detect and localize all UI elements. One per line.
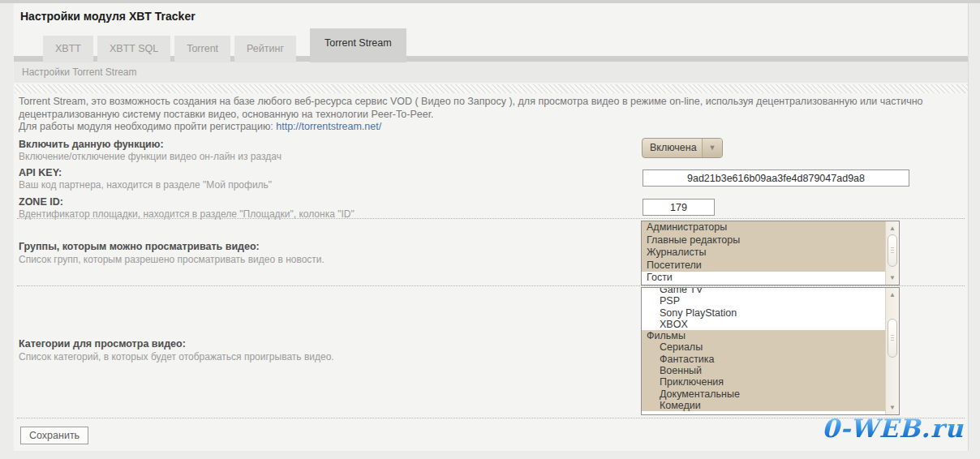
- tab-bar: XBTTXBTT SQLTorrentРейтингTorrent Stream: [43, 28, 406, 62]
- group-option-3[interactable]: Посетители: [642, 260, 885, 272]
- tab-1[interactable]: XBTT SQL: [97, 36, 170, 62]
- tab-0[interactable]: XBTT: [43, 36, 93, 62]
- category-option-6[interactable]: Фантастика: [642, 354, 885, 365]
- chevron-down-icon[interactable]: ▼: [702, 139, 722, 157]
- groups-label: Группы, которым можно просматривать виде…: [19, 241, 260, 252]
- enable-label: Включить данную функцию:: [19, 139, 164, 150]
- enable-select-value: Включена: [643, 139, 702, 157]
- registration-link[interactable]: http://torrentstream.net/: [276, 121, 381, 132]
- category-option-8[interactable]: Приключения: [642, 376, 885, 388]
- category-option-3[interactable]: XBOX: [642, 319, 885, 330]
- registration-line: Для работы модуля необходимо пройти реги…: [19, 121, 953, 134]
- groups-scrollbar[interactable]: ▲ ▼: [885, 221, 899, 285]
- categories-scrollbar[interactable]: ▲ ▼: [885, 288, 899, 414]
- row-divider: [17, 218, 965, 219]
- category-option-1[interactable]: PSP: [642, 295, 885, 307]
- api-key-label: API KEY:: [19, 167, 62, 178]
- group-option-1[interactable]: Главные редакторы: [642, 234, 885, 247]
- zone-id-input[interactable]: [643, 199, 715, 216]
- section-header-label: Настройки Torrent Stream: [22, 62, 137, 83]
- save-button[interactable]: Сохранить: [20, 427, 88, 444]
- intro-text: Torrent Stream, это возможность создания…: [19, 96, 953, 134]
- scroll-thumb[interactable]: [888, 234, 897, 267]
- hatch-divider: [15, 84, 968, 93]
- group-option-2[interactable]: Журналисты: [642, 247, 885, 260]
- page-title: Настройки модуля XBT Tracker: [20, 10, 196, 23]
- group-option-0[interactable]: Администраторы: [642, 221, 885, 234]
- settings-page: Настройки модуля XBT Tracker XBTTXBTT SQ…: [0, 0, 980, 459]
- category-option-4[interactable]: Фильмы: [642, 330, 885, 341]
- enable-description: Включение/отключение функции видео он-ла…: [19, 151, 282, 162]
- tab-4[interactable]: Torrent Stream: [310, 28, 406, 62]
- category-option-9[interactable]: Документальные: [642, 388, 885, 400]
- scroll-up-icon[interactable]: ▲: [886, 290, 899, 300]
- categories-options: Game TVPSPSony PlayStationXBOXФильмыСери…: [642, 287, 885, 415]
- category-option-0[interactable]: Game TV: [642, 287, 885, 295]
- tab-2[interactable]: Torrent: [174, 36, 230, 62]
- groups-options: АдминистраторыГлавные редакторыЖурналист…: [642, 221, 885, 285]
- zone-id-label: ZONE ID:: [19, 196, 63, 208]
- categories-label: Категории для просмотра видео:: [19, 338, 186, 350]
- row-divider: [17, 285, 965, 286]
- module-panel: Настройки модуля XBT Tracker XBTTXBTT SQ…: [13, 3, 969, 451]
- watermark-logo: 0-WEB.ru: [822, 414, 964, 443]
- intro-paragraph: Torrent Stream, это возможность создания…: [19, 96, 953, 121]
- categories-description: Список категорий, в которых будет отобра…: [19, 351, 334, 362]
- group-option-4[interactable]: Гости: [642, 272, 885, 285]
- tab-3[interactable]: Рейтинг: [234, 36, 296, 62]
- api-key-input[interactable]: [643, 169, 909, 187]
- groups-multiselect[interactable]: АдминистраторыГлавные редакторыЖурналист…: [641, 221, 900, 285]
- registration-prefix: Для работы модуля необходимо пройти реги…: [19, 121, 276, 132]
- category-option-10[interactable]: Комедии: [642, 400, 885, 411]
- scroll-down-icon[interactable]: ▼: [886, 272, 899, 283]
- categories-multiselect[interactable]: Game TVPSPSony PlayStationXBOXФильмыСери…: [641, 287, 900, 415]
- api-key-description: Ваш код партнера, находится в разделе "М…: [19, 179, 272, 191]
- scroll-up-icon[interactable]: ▲: [886, 223, 899, 234]
- section-header: Настройки Torrent Stream: [14, 62, 968, 83]
- category-option-5[interactable]: Сериалы: [642, 341, 885, 353]
- category-option-7[interactable]: Военный: [642, 365, 885, 376]
- scroll-thumb[interactable]: [888, 319, 897, 358]
- category-option-2[interactable]: Sony PlayStation: [642, 307, 885, 319]
- scroll-down-icon[interactable]: ▼: [886, 402, 899, 413]
- enable-select[interactable]: Включена ▼: [642, 138, 723, 158]
- groups-description: Список групп, которым разрешено просматр…: [19, 254, 325, 265]
